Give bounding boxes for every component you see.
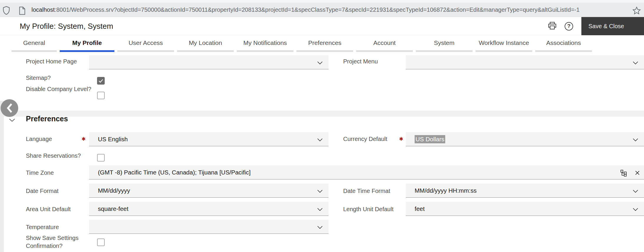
tab-associations[interactable]: Associations	[535, 35, 592, 52]
tab-user-access[interactable]: User Access	[117, 35, 174, 52]
chevron-left-icon	[6, 103, 13, 113]
currency-default-value: US Dollars	[415, 135, 445, 143]
section-separator	[0, 111, 644, 117]
share-reservations-checkbox[interactable]	[97, 154, 105, 162]
page-icon[interactable]	[19, 6, 26, 16]
time-zone-label: Time Zone	[26, 169, 92, 177]
date-format-select[interactable]: MM/dd/yyyy	[89, 184, 328, 198]
disable-company-level-label: Disable Company Level?	[26, 85, 92, 93]
currency-default-select[interactable]: US Dollars	[406, 132, 644, 146]
shield-icon[interactable]	[2, 6, 10, 16]
date-format-value: MM/dd/yyyy	[98, 187, 130, 194]
section-collapse-chevron-icon[interactable]	[9, 118, 15, 123]
browser-url-bar: localhost:8001/WebProcess.srv?objectId=7…	[0, 3, 644, 17]
app-window: localhost:8001/WebProcess.srv?objectId=7…	[0, 0, 644, 252]
tab-system[interactable]: System	[416, 35, 473, 52]
tab-my-profile[interactable]: My Profile	[60, 35, 114, 52]
record-tab-bar: General My Profile User Access My Locati…	[0, 35, 644, 52]
time-zone-field[interactable]: (GMT -8) Pacific Time (US, Canada); Tiju…	[89, 165, 644, 179]
date-format-label: Date Format	[26, 187, 92, 195]
sitemap-label: Sitemap?	[26, 74, 92, 82]
temperature-select[interactable]	[89, 220, 328, 234]
page-title: My Profile: System, System	[20, 22, 113, 31]
language-select[interactable]: US English	[89, 132, 328, 146]
tab-my-location[interactable]: My Location	[177, 35, 234, 52]
chevron-down-icon	[317, 187, 323, 194]
show-save-settings-confirmation-checkbox[interactable]	[97, 238, 105, 246]
checkmark-icon	[99, 79, 103, 83]
disable-company-level-checkbox[interactable]	[97, 92, 105, 99]
tab-preferences[interactable]: Preferences	[296, 35, 353, 52]
date-time-format-value: MM/dd/yyyy HH:mm:ss	[415, 187, 477, 194]
project-home-page-select[interactable]	[89, 55, 328, 69]
chevron-down-icon	[633, 136, 638, 143]
save-and-close-button[interactable]: Save & Close	[581, 17, 644, 35]
browser-chrome-top	[0, 0, 644, 3]
favorite-star-icon[interactable]	[632, 6, 641, 16]
project-menu-select[interactable]	[406, 55, 644, 69]
print-icon[interactable]	[548, 21, 557, 31]
area-unit-default-label: Area Unit Default	[26, 205, 92, 213]
collapse-panel-button[interactable]	[1, 99, 18, 117]
hierarchy-picker-icon[interactable]	[620, 169, 627, 178]
sitemap-checkbox[interactable]	[97, 77, 105, 85]
tab-my-notifications[interactable]: My Notifications	[237, 35, 293, 52]
address-bar-url[interactable]: localhost:8001/WebProcess.srv?objectId=7…	[31, 3, 580, 17]
time-zone-value: (GMT -8) Pacific Time (US, Canada); Tiju…	[98, 169, 251, 176]
length-unit-default-select[interactable]: feet	[406, 202, 644, 216]
required-indicator: ✱	[81, 136, 86, 142]
project-home-page-label: Project Home Page	[26, 58, 92, 65]
area-unit-default-value: square-feet	[98, 205, 129, 212]
language-value: US English	[98, 136, 128, 143]
length-unit-default-value: feet	[415, 205, 425, 212]
help-icon[interactable]: ?	[565, 22, 573, 31]
date-time-format-label: Date Time Format	[343, 187, 409, 195]
tab-general[interactable]: General	[11, 35, 57, 52]
tab-workflow-instance[interactable]: Workflow Instance	[476, 35, 532, 52]
temperature-label: Temperature	[26, 223, 92, 231]
chevron-down-icon	[633, 205, 638, 212]
record-title-bar: My Profile: System, System ? Save & Clos…	[0, 17, 644, 35]
help-glyph: ?	[567, 23, 570, 29]
chevron-down-icon	[317, 136, 323, 143]
chevron-down-icon	[633, 59, 638, 66]
project-menu-label: Project Menu	[343, 58, 409, 65]
show-save-settings-confirmation-label: Show Save Settings Confirmation?	[26, 234, 92, 250]
side-panel-edge	[0, 101, 4, 252]
url-host: localhost	[31, 6, 55, 13]
chevron-down-icon	[633, 187, 638, 194]
tab-account[interactable]: Account	[356, 35, 413, 52]
chevron-down-icon	[317, 223, 323, 230]
preferences-section-title: Preferences	[26, 115, 68, 123]
chevron-down-icon	[317, 59, 323, 66]
share-reservations-label: Share Reservations?	[26, 152, 92, 160]
length-unit-default-label: Length Unit Default	[343, 205, 409, 213]
url-path: :8001/WebProcess.srv?objectId=750000&act…	[55, 6, 580, 13]
area-unit-default-select[interactable]: square-feet	[89, 202, 328, 216]
date-time-format-select[interactable]: MM/dd/yyyy HH:mm:ss	[406, 184, 644, 198]
chevron-down-icon	[317, 205, 323, 212]
clear-field-icon[interactable]	[635, 170, 640, 177]
required-indicator: ✱	[399, 136, 403, 142]
